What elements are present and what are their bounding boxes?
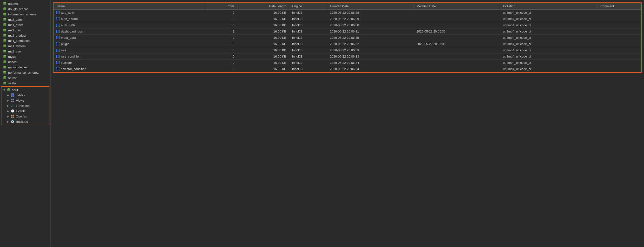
db-label: nacos xyxy=(8,60,17,64)
views-chevron: ▶ xyxy=(7,99,9,102)
row-table-icon xyxy=(56,67,60,70)
cell-engine-1: InnoDB xyxy=(289,16,327,22)
db-icon xyxy=(3,17,7,21)
table-row[interactable]: rule 0 16.00 KB InnoDB 2020-05-22 20:06:… xyxy=(54,47,641,53)
sidebar-db-mall-order[interactable]: mall_order xyxy=(0,22,50,27)
sidebar-db-performance-schema[interactable]: performance_schema xyxy=(0,70,50,75)
svg-point-41 xyxy=(3,73,6,74)
sidebar-db-mall-pay[interactable]: mall_pay xyxy=(0,27,50,33)
sidebar-db-mall-product[interactable]: mall_product xyxy=(0,33,50,38)
views-icon xyxy=(10,98,14,102)
cell-comment-3 xyxy=(598,28,641,35)
sidebar-db-mysql[interactable]: mysql xyxy=(0,54,50,59)
sidebar-db-mall-system[interactable]: mall_system xyxy=(0,43,50,49)
table-row[interactable]: app_auth 0 16.00 KB InnoDB 2020-05-22 20… xyxy=(54,10,641,16)
svg-point-22 xyxy=(3,39,6,40)
cell-name-3: dashboard_user xyxy=(54,28,205,35)
cell-datalength-7: 16.00 KB xyxy=(238,53,289,60)
col-header-collation: Collation xyxy=(500,3,598,10)
db-icon xyxy=(3,39,7,43)
db-label: mall_product xyxy=(8,34,26,37)
cell-datalength-8: 16.00 KB xyxy=(238,60,289,66)
cell-engine-4: InnoDB xyxy=(289,35,327,41)
db-label: sbtest xyxy=(8,76,17,80)
cell-rows-3: 1 xyxy=(205,28,238,35)
soul-db-header[interactable]: ▶ soul xyxy=(2,87,49,92)
col-header-rows: Rows xyxy=(205,3,238,10)
db-icon xyxy=(3,76,7,80)
db-icon xyxy=(3,55,7,58)
table-row[interactable]: plugin 9 16.00 KB InnoDB 2020-05-22 20:0… xyxy=(54,41,641,47)
svg-point-38 xyxy=(3,68,6,69)
sidebar-item-backups[interactable]: ▶ 💿 Backups xyxy=(2,119,49,124)
cell-created-3: 2020-05-22 20:06:31 xyxy=(327,28,414,35)
cell-name-6: rule xyxy=(54,47,205,53)
sidebar-db-information-schema[interactable]: information_schema xyxy=(0,11,50,17)
cell-created-0: 2020-05-22 20:06:28 xyxy=(327,10,414,16)
cell-name-9: selector_condition xyxy=(54,66,205,72)
table-row[interactable]: auth_path 0 16.00 KB InnoDB 2020-05-22 2… xyxy=(54,22,641,28)
cell-name-0: app_auth xyxy=(54,10,205,16)
sidebar-item-views[interactable]: ▶ Views xyxy=(2,98,49,103)
svg-point-32 xyxy=(3,57,6,58)
functions-chevron: ▶ xyxy=(7,104,9,107)
sidebar-item-queries[interactable]: ▶ Queries xyxy=(2,114,49,119)
cell-collation-9: utf8mb4_unicode_ci xyxy=(500,66,598,72)
svg-point-35 xyxy=(3,62,6,63)
cell-datalength-4: 16.00 KB xyxy=(238,35,289,41)
soul-section: ▶ soul ▶ Tables xyxy=(1,86,50,125)
table-row[interactable]: selector_condition 0 16.00 KB InnoDB 202… xyxy=(54,66,641,72)
table-row[interactable]: selector 0 16.00 KB InnoDB 2020-05-22 20… xyxy=(54,60,641,66)
sidebar-db-mall-user[interactable]: mall_user xyxy=(0,49,50,54)
sidebar-db-mall-promotion[interactable]: mall_promotion xyxy=(0,38,50,43)
db-label: mall_system xyxy=(8,44,26,48)
cell-table-name: rule xyxy=(61,48,66,52)
cell-comment-0 xyxy=(598,10,641,16)
row-table-icon xyxy=(56,23,60,27)
cell-name-7: rule_condition xyxy=(54,53,205,60)
cell-name-4: meta_data xyxy=(54,35,205,41)
cell-comment-5 xyxy=(598,41,641,47)
cell-collation-7: utf8mb4_unicode_ci xyxy=(500,53,598,60)
sidebar-db-nacos-devtest[interactable]: nacos_devtest xyxy=(0,64,50,70)
svg-point-2 xyxy=(3,4,6,5)
backups-label: Backups xyxy=(16,120,28,123)
queries-label: Queries xyxy=(16,115,27,118)
sidebar-item-functions[interactable]: ▶ /ƒ Functions xyxy=(2,103,49,108)
cell-created-2: 2020-05-22 20:06:30 xyxy=(327,22,414,28)
db-label: seata xyxy=(8,81,16,85)
cell-engine-3: InnoDB xyxy=(289,28,327,35)
cell-comment-6 xyxy=(598,47,641,53)
db-icon xyxy=(3,28,7,32)
sidebar-db-mall-admin[interactable]: mall_admin xyxy=(0,17,50,22)
db-icon xyxy=(3,33,7,37)
table-row[interactable]: meta_data 0 16.00 KB InnoDB 2020-05-22 2… xyxy=(54,35,641,41)
cell-modified-3: 2020-05-22 20:06:36 xyxy=(414,28,500,35)
cell-modified-2 xyxy=(414,22,500,28)
cell-created-4: 2020-05-22 20:06:35 xyxy=(327,35,414,41)
cell-engine-6: InnoDB xyxy=(289,47,327,53)
sidebar-db-nacos[interactable]: nacos xyxy=(0,59,50,64)
table-body: app_auth 0 16.00 KB InnoDB 2020-05-22 20… xyxy=(54,10,641,72)
connection-item[interactable]: onemall xyxy=(0,1,50,6)
sidebar-item-tables[interactable]: ▶ Tables xyxy=(2,92,49,98)
svg-point-16 xyxy=(3,29,6,30)
tables-label: Tables xyxy=(16,93,25,97)
sidebar-db-db-gts-fescar[interactable]: db_gts_fescar xyxy=(0,6,50,11)
table-row[interactable]: rule_condition 0 16.00 KB InnoDB 2020-05… xyxy=(54,53,641,60)
svg-point-11 xyxy=(3,20,6,21)
svg-point-34 xyxy=(3,60,6,61)
sidebar-db-seata[interactable]: seata xyxy=(0,80,50,86)
table-row[interactable]: auth_param 0 16.00 KB InnoDB 2020-05-22 … xyxy=(54,16,641,22)
db-icon xyxy=(3,60,7,64)
svg-point-19 xyxy=(3,34,6,35)
cell-table-name: app_auth xyxy=(61,11,74,14)
svg-point-28 xyxy=(3,50,6,51)
table-row[interactable]: dashboard_user 1 16.00 KB InnoDB 2020-05… xyxy=(54,28,641,35)
cell-name-5: plugin xyxy=(54,41,205,47)
sidebar-db-sbtest[interactable]: sbtest xyxy=(0,75,50,80)
cell-name-8: selector xyxy=(54,60,205,66)
sidebar-item-events[interactable]: ▶ 🕐 Events xyxy=(2,108,49,114)
cell-modified-7 xyxy=(414,53,500,60)
cell-rows-0: 0 xyxy=(205,10,238,16)
